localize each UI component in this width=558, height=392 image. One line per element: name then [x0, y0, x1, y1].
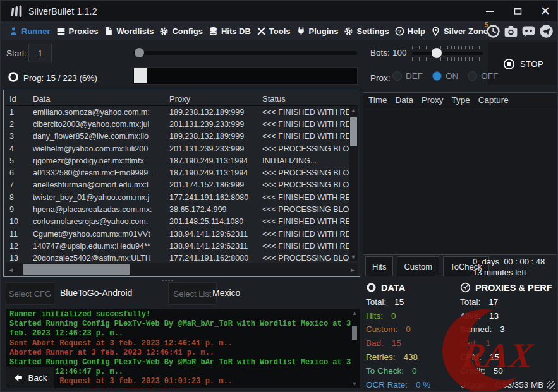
start-slider[interactable] [133, 51, 357, 55]
data-stats-rows: Total:15Hits:0Custom:0Bad:15Retries:438T… [366, 297, 461, 389]
stat-label: Total: [366, 297, 386, 307]
plug-icon [296, 27, 306, 36]
results-table-header: IdDataProxyStatus [6, 92, 358, 106]
table-row[interactable]: 10corlosmolaresrojas@yahoo.com.201.148.2… [6, 216, 358, 228]
map-pin-icon [431, 27, 440, 36]
start-slider-thumb[interactable] [135, 48, 144, 57]
nav-item-wordlists[interactable]: Wordlists [104, 27, 154, 36]
prox-option-def[interactable]: DEF [392, 71, 423, 81]
stat-row: To Check:0 [366, 366, 461, 376]
scroll-down-icon[interactable]: ▼ [349, 252, 358, 261]
bots-label: Bots: [370, 48, 390, 57]
column-header-proxy: Proxy [422, 95, 444, 105]
bots-slider[interactable] [412, 52, 483, 55]
minimize-button[interactable] [483, 4, 497, 18]
log-scrollbar[interactable]: ▲ ▼ [350, 309, 359, 388]
log-line: Runner initialized succesfully! [9, 310, 348, 319]
scroll-up-icon[interactable]: ▲ [350, 309, 359, 317]
gauge-icon [460, 282, 471, 293]
tab-custom[interactable]: Custom [397, 256, 439, 276]
table-row[interactable]: 11Cgumet@yahoo.com.mx:m01VVt138.94.141.1… [6, 228, 358, 240]
proxy-stats-panel: PROXIES & PERF Total:17Alive:13Banned:3B… [460, 282, 555, 389]
scrollbar-thumb[interactable] [23, 264, 130, 275]
table-row[interactable]: 3dany_flower852@live.com.mx:ilo189.238.1… [6, 131, 358, 143]
nav-item-help[interactable]: ?Help [395, 27, 425, 36]
select-list-button[interactable]: Select List [168, 282, 217, 305]
table-row[interactable]: 12140747@upslp.edu.mx:Hedu94**138.94.141… [6, 240, 358, 252]
log-line: Sent Abort Request at 3 feb. 2023 12:46:… [9, 339, 348, 348]
nav-item-label: Silver Zone [444, 27, 488, 36]
scroll-right-icon[interactable]: ► [348, 263, 358, 276]
row-proxy: 138.94.141.129:62311 [166, 242, 258, 251]
prox-radio-group: DEFONOFF [392, 71, 498, 81]
row-status: <<< FINISHED WITH RESUL [258, 193, 358, 202]
table-row[interactable]: 1emiliano.somoza@yahoo.com.m:189.238.132… [6, 106, 358, 118]
row-data: arielleshturman@cimort.edu.mx:l [29, 181, 166, 189]
camera-icon[interactable] [504, 24, 518, 39]
table-row[interactable]: 9hpena@placasrealzadas.com.mx:38.65.172.… [6, 203, 358, 215]
row-status: <<< FINISHED WITH RESUL [258, 132, 358, 141]
stat-row: Custom:0 [366, 324, 461, 334]
stat-value: 15 [394, 297, 404, 307]
results-vertical-scrollbar[interactable]: ▲ ▼ [349, 106, 358, 261]
results-horizontal-scrollbar[interactable]: ◄ ► [6, 263, 358, 276]
nav-item-runner[interactable]: Runner [9, 27, 51, 36]
radio-label: OFF [481, 71, 498, 81]
nav-item-proxies[interactable]: Proxies [56, 27, 99, 36]
start-input[interactable] [28, 44, 52, 62]
window-controls: ✕ [483, 1, 552, 21]
scrollbar-thumb[interactable] [350, 117, 357, 146]
row-proxy: 187.190.249.113:1994 [166, 169, 258, 177]
row-status: <<< FINISHED WITH RESUL [258, 242, 358, 251]
scroll-up-icon[interactable]: ▲ [349, 106, 358, 115]
row-id: 5 [6, 157, 29, 165]
table-row[interactable]: 1320gonzalez5402@asfm.mx:ULTH177.241.191… [6, 252, 358, 261]
maximize-button[interactable] [511, 4, 525, 18]
main-nav: RunnerProxiesWordlistsConfigsHits DBTool… [1, 21, 558, 40]
log-line: Aborted Runner at 3 feb. 2023 12:46:41 p… [9, 348, 348, 358]
nav-item-plugins[interactable]: Plugins [296, 27, 339, 36]
bots-slider-thumb[interactable] [432, 48, 442, 58]
resize-grip[interactable] [547, 381, 555, 389]
log-lines: Runner initialized succesfully!Started R… [9, 310, 348, 388]
select-cfg-button[interactable]: Select CFG [6, 282, 54, 305]
prox-option-off[interactable]: OFF [468, 71, 498, 81]
slider-ticks [412, 46, 483, 49]
close-icon[interactable]: ✕ [538, 4, 552, 18]
prox-option-on[interactable]: ON [432, 71, 458, 81]
table-row[interactable]: 5rjgomezr@prodigy.net.mx:ftlmtx187.190.2… [6, 155, 358, 167]
back-button[interactable]: Back [6, 367, 54, 388]
history-icon[interactable] [486, 24, 500, 39]
stat-value: 0.83/353 MB [495, 380, 544, 389]
row-id: 2 [6, 120, 29, 129]
row-id: 7 [6, 181, 29, 189]
discord-icon[interactable] [521, 24, 536, 39]
nav-item-settings[interactable]: Settings [344, 27, 389, 36]
telegram-icon[interactable] [539, 24, 554, 39]
table-row[interactable]: 4wielhelm@yahoo.com.mx:luli200201.131.23… [6, 143, 358, 155]
nav-item-label: Runner [21, 27, 51, 36]
table-row[interactable]: 6a01332580@itesm.mx:Emo9999=187.190.249.… [6, 167, 358, 179]
results-region: IdDataProxyStatus 1emiliano.somoza@yahoo… [3, 90, 360, 277]
radio-icon [392, 71, 402, 81]
row-status: <<< FINISHED WITH RESUL [258, 108, 358, 117]
nav-item-hits-db[interactable]: Hits DB [209, 27, 251, 36]
row-id: 12 [6, 242, 29, 251]
nav-item-configs[interactable]: Configs [159, 27, 202, 36]
row-proxy: 187.190.249.113:1994 [166, 157, 258, 165]
scroll-left-icon[interactable]: ◄ [6, 263, 16, 276]
progress-bar-fill [134, 68, 147, 83]
tab-hits[interactable]: Hits [365, 256, 393, 276]
scroll-down-icon[interactable]: ▼ [350, 380, 359, 388]
scrollbar-thumb[interactable] [352, 326, 357, 340]
table-row[interactable]: 8twister_boy_01@yahoo.com.mx:j177.241.19… [6, 191, 358, 203]
table-row[interactable]: 2cibercito2003@yahoo.com.mx:jul201.131.2… [6, 118, 358, 130]
nav-item-tools[interactable]: Tools [257, 27, 291, 36]
stat-label: CPM: [460, 352, 482, 362]
nav-item-silver-zone[interactable]: Silver Zone5 [431, 27, 488, 36]
table-row[interactable]: 7arielleshturman@cimort.edu.mx:l201.174.… [6, 179, 358, 191]
elapsed-time: 0 days 00 : 00 : 48 [473, 257, 545, 266]
row-proxy: 201.174.152.186:999 [166, 181, 258, 189]
stop-button[interactable]: STOP [488, 42, 558, 85]
hits-table-header: TimeDataProxyTypeCapture [363, 93, 557, 107]
